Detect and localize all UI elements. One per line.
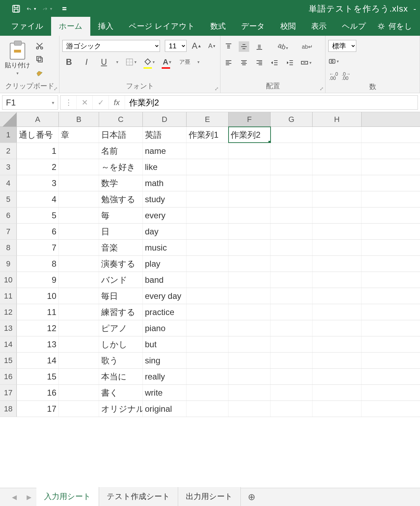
increase-font-icon[interactable]: A▲	[191, 41, 202, 51]
cell[interactable]: music	[143, 240, 187, 255]
cut-icon[interactable]	[34, 41, 45, 51]
cell[interactable]	[313, 240, 362, 255]
cell[interactable]: 日	[99, 224, 143, 239]
italic-button[interactable]: I	[81, 57, 92, 67]
phonetic-guide-icon[interactable]: ア亜	[179, 57, 190, 67]
ribbon-tab-8[interactable]: ヘルプ	[334, 17, 374, 36]
save-icon[interactable]	[10, 3, 22, 14]
copy-icon[interactable]	[34, 54, 45, 64]
row-header[interactable]: 17	[0, 385, 17, 401]
ribbon-tab-7[interactable]: 表示	[303, 17, 334, 36]
row-header[interactable]: 12	[0, 304, 17, 320]
cell[interactable]	[187, 240, 229, 255]
increase-decimal-icon[interactable]: .0→ .00	[341, 71, 351, 81]
cell[interactable]	[59, 385, 99, 401]
cell[interactable]: 15	[17, 369, 59, 384]
cell[interactable]	[229, 369, 271, 384]
cell[interactable]	[313, 256, 362, 272]
cell[interactable]: 数学	[99, 175, 143, 191]
cell[interactable]	[313, 191, 362, 207]
row-header[interactable]: 1	[0, 127, 17, 143]
decrease-indent-icon[interactable]	[270, 57, 280, 68]
cell[interactable]	[271, 304, 313, 320]
cell[interactable]: 音楽	[99, 240, 143, 255]
cell[interactable]	[187, 191, 229, 207]
row-header[interactable]: 3	[0, 159, 17, 175]
align-center-icon[interactable]	[239, 57, 249, 68]
bold-button[interactable]: B	[64, 57, 74, 67]
font-dialog-launcher-icon[interactable]: ⤢	[215, 86, 219, 91]
formula-input[interactable]	[125, 96, 418, 109]
cell[interactable]	[271, 336, 313, 352]
cell[interactable]: 13	[17, 336, 59, 352]
cell[interactable]	[229, 385, 271, 401]
align-middle-icon[interactable]	[239, 41, 249, 52]
align-top-icon[interactable]	[223, 41, 234, 52]
cell[interactable]: 歌う	[99, 353, 143, 368]
row-header[interactable]: 6	[0, 207, 17, 223]
cell[interactable]: 練習する	[99, 304, 143, 320]
cell[interactable]	[313, 224, 362, 239]
cell[interactable]	[271, 207, 313, 223]
cell[interactable]: 14	[17, 353, 59, 368]
cell[interactable]	[271, 127, 313, 143]
cell[interactable]	[313, 143, 362, 159]
cell[interactable]	[59, 401, 99, 417]
cell[interactable]: really	[143, 369, 187, 384]
cell[interactable]: 作業列2	[229, 127, 271, 143]
cell[interactable]: every day	[143, 288, 187, 304]
cell[interactable]	[229, 159, 271, 175]
row-header[interactable]: 10	[0, 272, 17, 288]
cell[interactable]: 演奏する	[99, 256, 143, 272]
cell[interactable]	[187, 143, 229, 159]
row-header[interactable]: 8	[0, 240, 17, 255]
cell[interactable]	[271, 256, 313, 272]
fill-color-icon[interactable]: ▾	[144, 57, 155, 67]
sheet-tab[interactable]: 入力用シート	[36, 487, 99, 506]
cell[interactable]	[271, 401, 313, 417]
cell[interactable]: 7	[17, 240, 59, 255]
font-name-combo[interactable]: 游ゴシック	[62, 40, 160, 52]
sheet-nav-prev-icon[interactable]: ◀	[7, 493, 22, 501]
cell[interactable]	[271, 288, 313, 304]
row-header[interactable]: 15	[0, 353, 17, 368]
column-header[interactable]: A	[17, 112, 59, 126]
cell[interactable]	[313, 336, 362, 352]
align-bottom-icon[interactable]	[254, 41, 265, 52]
cell[interactable]	[59, 224, 99, 239]
cell[interactable]: 11	[17, 304, 59, 320]
cell[interactable]: name	[143, 143, 187, 159]
cell[interactable]	[187, 336, 229, 352]
undo-icon[interactable]: ▾	[27, 3, 38, 14]
cell[interactable]	[59, 240, 99, 255]
spreadsheet-grid[interactable]: ABCDEFGH 1通し番号章日本語英語作業列1作業列221名前name32～を…	[0, 112, 420, 417]
cell[interactable]	[271, 224, 313, 239]
decrease-decimal-icon[interactable]: ←.0 .00	[328, 71, 339, 81]
cancel-formula-icon[interactable]: ✕	[77, 96, 93, 109]
ribbon-tab-0[interactable]: ファイル	[4, 17, 51, 36]
cell[interactable]	[313, 304, 362, 320]
cell[interactable]: 17	[17, 401, 59, 417]
cell[interactable]	[187, 272, 229, 288]
cell[interactable]	[313, 385, 362, 401]
ribbon-tab-4[interactable]: 数式	[203, 17, 233, 36]
cell[interactable]	[187, 256, 229, 272]
row-header[interactable]: 9	[0, 256, 17, 272]
cell[interactable]	[187, 369, 229, 384]
cell[interactable]	[59, 320, 99, 336]
cell[interactable]: 4	[17, 191, 59, 207]
cell[interactable]	[313, 207, 362, 223]
ribbon-tab-1[interactable]: ホーム	[51, 17, 90, 36]
row-header[interactable]: 16	[0, 369, 17, 384]
row-header[interactable]: 14	[0, 336, 17, 352]
cell[interactable]	[313, 175, 362, 191]
cell[interactable]: 16	[17, 385, 59, 401]
cell[interactable]: band	[143, 272, 187, 288]
row-header[interactable]: 18	[0, 401, 17, 417]
cell[interactable]	[271, 369, 313, 384]
enter-formula-icon[interactable]: ✓	[93, 96, 109, 109]
column-header[interactable]: E	[187, 112, 229, 126]
cell[interactable]	[59, 304, 99, 320]
currency-icon[interactable]: ▾	[328, 56, 339, 67]
cell[interactable]	[271, 191, 313, 207]
